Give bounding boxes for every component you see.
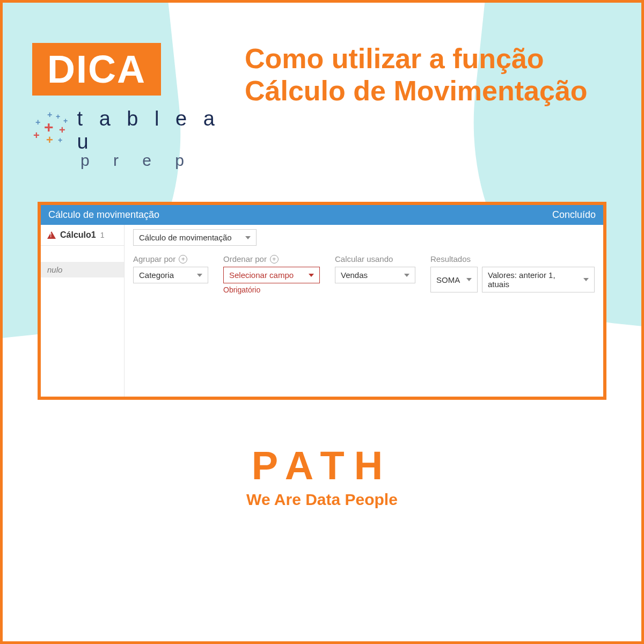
- add-orderby-button[interactable]: +: [270, 255, 279, 264]
- groupby-select[interactable]: Categoria: [133, 267, 208, 283]
- chevron-down-icon: [309, 274, 314, 277]
- orderby-value: Selecionar campo: [229, 270, 294, 280]
- calc-list-item[interactable]: Cálculo1 1: [41, 225, 124, 246]
- orderby-required: Obrigatório: [223, 286, 325, 294]
- results-agg-select[interactable]: SOMA: [430, 267, 478, 292]
- groupby-value: Categoria: [139, 270, 174, 280]
- orderby-select[interactable]: Selecionar campo: [223, 267, 320, 283]
- side-column: Cálculo1 1 nulo: [41, 225, 125, 397]
- results-range-value: Valores: anterior 1, atuais: [488, 270, 578, 289]
- groupby-label: Agrupar por: [133, 254, 175, 264]
- tableau-word: t a b l e a u: [77, 107, 225, 153]
- warning-icon: [47, 231, 56, 239]
- calc-name: Cálculo1: [60, 230, 96, 240]
- calc-panel: Cálculo de movimentação Concluído Cálcul…: [38, 202, 606, 400]
- chevron-down-icon: [404, 274, 409, 277]
- panel-title: Cálculo de movimentação: [48, 209, 159, 221]
- orderby-label: Ordenar por: [223, 254, 267, 264]
- calc-type-value: Cálculo de movimentação: [139, 233, 232, 242]
- results-range-select[interactable]: Valores: anterior 1, atuais: [482, 267, 595, 292]
- null-value-chip: nulo: [41, 262, 124, 277]
- path-tagline: We Are Data People: [32, 491, 612, 509]
- add-groupby-button[interactable]: +: [179, 255, 187, 264]
- headline: Como utilizar a função Cálculo de Movime…: [245, 43, 612, 107]
- chevron-down-icon: [466, 278, 472, 281]
- tableau-crosses-icon: + + + + + + + + +: [32, 112, 70, 149]
- calc-count: 1: [100, 231, 105, 239]
- calc-type-select[interactable]: Cálculo de movimentação: [133, 229, 257, 246]
- calcusing-label: Calcular usando: [335, 254, 393, 264]
- path-brand: PATH: [32, 443, 612, 488]
- calcusing-value: Vendas: [341, 270, 368, 280]
- calcusing-select[interactable]: Vendas: [335, 267, 415, 283]
- results-label: Resultados: [430, 254, 471, 264]
- chevron-down-icon: [245, 236, 251, 239]
- footer-logo: PATH We Are Data People: [32, 443, 612, 509]
- panel-titlebar: Cálculo de movimentação Concluído: [41, 205, 603, 225]
- tableau-prep-logo: + + + + + + + + + t a b l e a u: [32, 107, 225, 153]
- header: DICA + + + + + + + + + t a b l e a u p r…: [32, 43, 612, 170]
- tableau-prep-word: p r e p: [80, 151, 225, 170]
- results-agg-value: SOMA: [436, 275, 460, 284]
- tip-badge: DICA: [32, 43, 161, 96]
- chevron-down-icon: [197, 274, 202, 277]
- panel-done-link[interactable]: Concluído: [552, 209, 596, 221]
- chevron-down-icon: [583, 278, 589, 281]
